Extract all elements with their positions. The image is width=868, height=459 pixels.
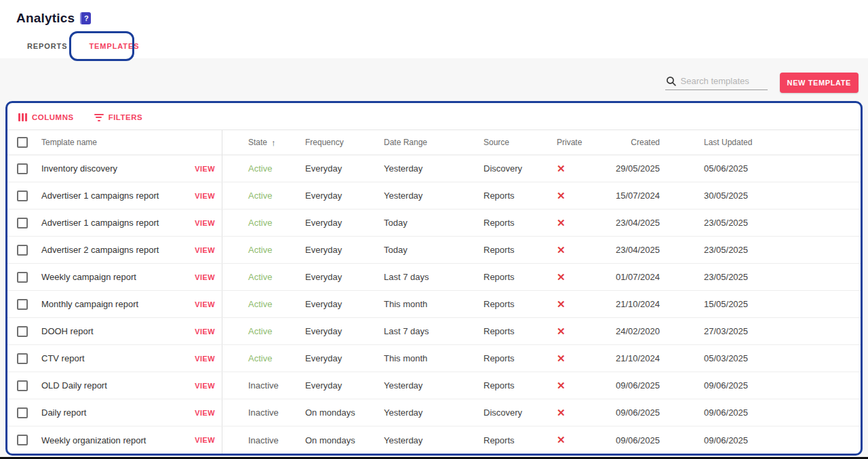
checkbox-icon	[17, 272, 28, 283]
table-body: Inventory discovery VIEW Active Everyday…	[7, 155, 861, 454]
tab-templates[interactable]: TEMPLATES	[78, 33, 150, 60]
header-created[interactable]: Created	[612, 130, 687, 155]
private-x-icon: ✕	[551, 182, 612, 209]
row-checkbox[interactable]	[7, 372, 37, 399]
frequency-cell: Everyday	[305, 264, 384, 290]
created-cell: 24/02/2020	[612, 318, 687, 344]
row-checkbox[interactable]	[7, 426, 37, 454]
created-cell: 21/10/2024	[612, 291, 687, 317]
last-updated-cell: 23/05/2025	[687, 209, 861, 236]
view-link[interactable]: VIEW	[173, 209, 222, 236]
created-cell: 09/06/2025	[612, 372, 687, 399]
template-name-cell: Advertiser 1 campaigns report	[37, 209, 173, 236]
checkbox-icon	[17, 407, 28, 418]
header-last-updated[interactable]: Last Updated	[687, 130, 861, 155]
row-checkbox[interactable]	[7, 291, 37, 317]
view-link[interactable]: VIEW	[173, 291, 222, 317]
private-x-icon: ✕	[551, 291, 612, 317]
source-cell: Discovery	[484, 399, 551, 426]
search-input[interactable]	[681, 76, 768, 86]
header-private[interactable]: Private	[551, 130, 612, 155]
private-x-icon: ✕	[551, 318, 612, 344]
last-updated-cell: 05/03/2025	[687, 345, 861, 372]
filters-button[interactable]: FILTERS	[94, 113, 143, 121]
table-row: Advertiser 1 campaigns report VIEW Activ…	[7, 182, 861, 209]
template-name-cell: DOOH report	[37, 318, 173, 344]
view-link[interactable]: VIEW	[173, 399, 222, 426]
template-name-cell: Advertiser 2 campaigns report	[37, 237, 173, 263]
table-row: Weekly organization report VIEW Inactive…	[7, 426, 861, 454]
table-header-row: Template name State ↑ Frequency Date Ran…	[7, 129, 861, 155]
last-updated-cell: 23/05/2025	[687, 264, 861, 290]
view-link[interactable]: VIEW	[173, 264, 222, 290]
template-name-cell: Weekly campaign report	[37, 264, 173, 290]
table-row: Weekly campaign report VIEW Active Every…	[7, 264, 861, 291]
frequency-cell: On mondays	[305, 399, 384, 426]
view-link[interactable]: VIEW	[173, 318, 222, 344]
checkbox-icon	[17, 137, 28, 148]
created-cell: 01/07/2024	[612, 264, 687, 290]
state-cell: Active	[222, 345, 305, 372]
private-x-icon: ✕	[551, 155, 612, 182]
state-cell: Active	[222, 237, 305, 263]
row-checkbox[interactable]	[7, 318, 37, 344]
frequency-cell: Everyday	[305, 372, 384, 399]
new-template-button[interactable]: NEW TEMPLATE	[780, 73, 859, 93]
last-updated-cell: 15/05/2025	[687, 291, 861, 317]
template-name-cell: Monthly campaign report	[37, 291, 173, 317]
columns-button[interactable]: COLUMNS	[18, 113, 74, 121]
row-checkbox[interactable]	[7, 237, 37, 263]
row-checkbox[interactable]	[7, 345, 37, 372]
state-cell: Active	[222, 318, 305, 344]
row-checkbox[interactable]	[7, 155, 37, 182]
source-cell: Reports	[484, 372, 551, 399]
row-checkbox[interactable]	[7, 182, 37, 209]
private-x-icon: ✕	[551, 237, 612, 263]
frequency-cell: Everyday	[305, 155, 384, 182]
template-name-cell: Advertiser 1 campaigns report	[37, 182, 173, 209]
state-cell: Active	[222, 209, 305, 236]
page-header: Analytics ? REPORTS TEMPLATES	[0, 0, 868, 58]
row-checkbox[interactable]	[7, 209, 37, 236]
frequency-cell: Everyday	[305, 345, 384, 372]
view-link[interactable]: VIEW	[173, 237, 222, 263]
date-range-cell: Yesterday	[384, 182, 484, 209]
select-all-checkbox[interactable]	[7, 130, 37, 155]
table-row: Advertiser 1 campaigns report VIEW Activ…	[7, 209, 861, 237]
view-link[interactable]: VIEW	[173, 426, 222, 454]
source-cell: Reports	[484, 291, 551, 317]
view-link[interactable]: VIEW	[173, 345, 222, 372]
row-checkbox[interactable]	[7, 264, 37, 290]
state-cell: Inactive	[222, 426, 305, 454]
header-state[interactable]: State ↑	[222, 130, 305, 155]
private-x-icon: ✕	[551, 209, 612, 236]
private-x-icon: ✕	[551, 264, 612, 290]
table-row: Monthly campaign report VIEW Active Ever…	[7, 291, 861, 318]
grid-toolbar: COLUMNS FILTERS	[7, 103, 861, 129]
view-link[interactable]: VIEW	[173, 372, 222, 399]
columns-icon	[18, 113, 27, 121]
checkbox-icon	[17, 163, 28, 174]
created-cell: 15/07/2024	[612, 182, 687, 209]
header-view-spacer	[173, 130, 222, 155]
date-range-cell: Yesterday	[384, 372, 484, 399]
date-range-cell: Yesterday	[384, 426, 484, 454]
header-source[interactable]: Source	[484, 130, 551, 155]
frequency-cell: Everyday	[305, 237, 384, 263]
filters-label: FILTERS	[108, 113, 143, 121]
template-name-cell: Daily report	[37, 399, 173, 426]
header-frequency[interactable]: Frequency	[305, 130, 384, 155]
tab-reports[interactable]: REPORTS	[16, 33, 78, 60]
source-cell: Discovery	[484, 155, 551, 182]
header-template-name[interactable]: Template name	[37, 130, 173, 155]
private-x-icon: ✕	[551, 399, 612, 426]
header-date-range[interactable]: Date Range	[384, 130, 484, 155]
view-link[interactable]: VIEW	[173, 155, 222, 182]
help-icon[interactable]: ?	[80, 12, 91, 24]
date-range-cell: Today	[384, 237, 484, 263]
table-row: Advertiser 2 campaigns report VIEW Activ…	[7, 237, 861, 264]
table-row: DOOH report VIEW Active Everyday Last 7 …	[7, 318, 861, 345]
row-checkbox[interactable]	[7, 399, 37, 426]
sort-asc-icon[interactable]: ↑	[271, 138, 276, 148]
view-link[interactable]: VIEW	[173, 182, 222, 209]
